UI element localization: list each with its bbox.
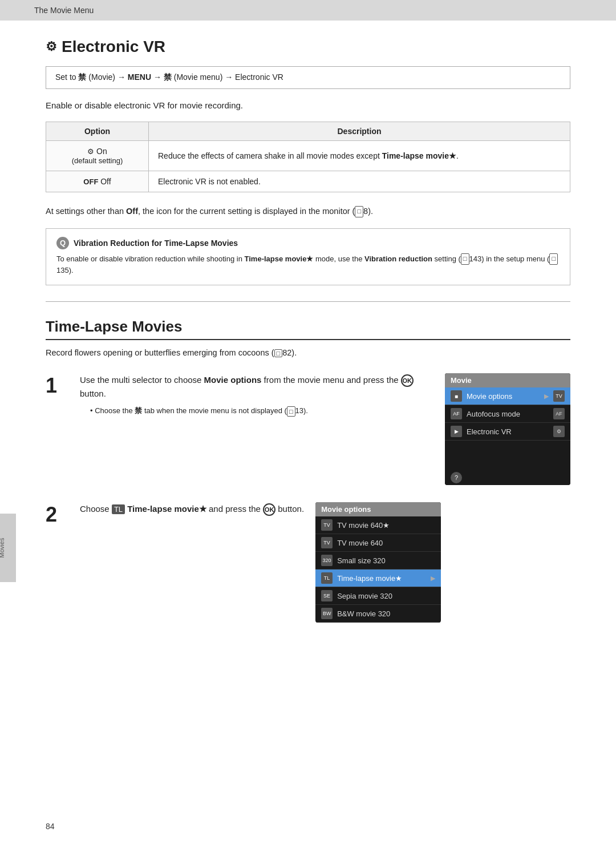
off-label: Off [100,177,111,186]
tv640-label: TV movie 640 [337,539,435,547]
side-tab: Movies [0,514,16,582]
setup-path-box: Set to 禁 (Movie) → MENU → 禁 (Movie menu)… [46,66,570,89]
camera-ui-1-title: Movie [445,373,570,387]
movie-options-right-icon: TV [553,390,565,402]
evr-section-title: ⚙ Electronic VR [46,38,570,56]
camera-ui-1-bottom: ? [445,470,570,485]
table-row: ⚙ On (default setting) Reduce the effect… [46,141,570,171]
step-1-row: 1 Use the multi selector to choose Movie… [46,373,570,485]
timelapse-label: Time-lapse movie★ [337,574,426,583]
movie-options-icon: ■ [451,390,462,402]
tl-intro: Record flowers opening or butterflies em… [46,348,570,357]
evr-title-text: Electronic VR [62,38,165,56]
step-2-right: Choose TL Time-lapse movie★ and press th… [80,502,441,623]
setup-path-text: Set to 禁 (Movie) → MENU → 禁 (Movie menu)… [55,72,283,82]
camera-ui-1: Movie ■ Movie options ▶ TV AF Autofocus … [445,373,570,485]
on-icon: ⚙ [87,147,94,156]
evr-icon: ⚙ [46,39,57,54]
step-1-text: Use the multi selector to choose Movie o… [80,373,433,401]
step-2-content: Choose TL Time-lapse movie★ and press th… [80,502,304,520]
camera-ui-2-row-6: BW B&W movie 320 [315,605,441,623]
evr-row-label: Electronic VR [467,427,549,436]
tl-section-title: Time-Lapse Movies [46,318,570,340]
tv640star-icon: TV [321,519,333,531]
autofocus-right-icon: AF [553,408,565,419]
bw-label: B&W movie 320 [337,609,435,618]
step-1-right: Use the multi selector to choose Movie o… [80,373,570,485]
page-number: 84 [46,822,55,831]
camera-ui-2-row-5: SE Sepia movie 320 [315,587,441,605]
table-cell-desc-on: Reduce the effects of camera shake in al… [149,141,570,171]
ok-button-icon-1: OK [401,374,414,387]
ok-button-icon-2: OK [263,503,275,516]
evr-note: At settings other than Off, the icon for… [46,205,570,218]
side-label: Movies [0,538,5,558]
step-2-row: 2 Choose TL Time-lapse movie★ and press … [46,502,570,623]
table-cell-option-off: OFF Off [46,171,149,192]
camera-ui-1-row-1: ■ Movie options ▶ TV [445,387,570,405]
camera-ui-1-spacer-2 [445,455,570,470]
section-divider [46,301,570,302]
top-bar-label: The Movie Menu [34,6,94,15]
evr-row-right-icon: ⚙ [553,426,565,437]
top-bar: The Movie Menu [0,0,616,21]
page-wrapper: The Movie Menu Movies ⚙ Electronic VR Se… [0,0,616,848]
autofocus-label: Autofocus mode [467,410,549,418]
off-icon: OFF [83,177,98,186]
steps-area: 1 Use the multi selector to choose Movie… [46,373,570,623]
table-cell-desc-off: Electronic VR is not enabled. [149,171,570,192]
timelapse-arrow: ▶ [431,575,435,582]
evr-row-icon: ▶ [451,426,462,437]
small320-label: Small size 320 [337,556,435,565]
camera-ui-1-spacer-1 [445,441,570,455]
table-header-option: Option [46,122,149,141]
sepia-label: Sepia movie 320 [337,592,435,600]
camera-ui-2-title: Movie options [315,502,441,516]
table-row: OFF Off Electronic VR is not enabled. [46,171,570,192]
on-label: On [96,147,107,156]
evr-intro: Enable or disable electronic VR for movi… [46,100,570,110]
camera-ui-1-row-2: AF Autofocus mode AF [445,405,570,423]
help-icon: ? [451,472,462,483]
camera-ui-2-row-1: TV TV movie 640★ [315,516,441,534]
step-1-sub: Choose the 禁 tab when the movie menu is … [90,405,433,417]
vr-note-title-text: Vibration Reduction for Time-Lapse Movie… [74,237,238,249]
step-2-text: Choose TL Time-lapse movie★ and press th… [80,502,304,516]
main-content: ⚙ Electronic VR Set to 禁 (Movie) → MENU … [0,21,616,657]
vr-note-body: To enable or disable vibration reduction… [56,253,560,277]
bw-icon: BW [321,608,333,619]
tv640-icon: TV [321,537,333,548]
step-1-number: 1 [46,373,68,396]
camera-ui-1-row-3: ▶ Electronic VR ⚙ [445,423,570,441]
vr-note-box: Q Vibration Reduction for Time-Lapse Mov… [46,228,570,285]
step-1-content: Use the multi selector to choose Movie o… [80,373,433,417]
movie-options-label: Movie options [467,392,540,401]
camera-ui-2-row-2: TV TV movie 640 [315,534,441,552]
tv640star-label: TV movie 640★ [337,521,435,530]
movie-options-arrow: ▶ [544,393,549,400]
option-table: Option Description ⚙ On (default setting… [46,122,570,192]
timelapse-icon: TL [321,572,333,584]
step-2-number: 2 [46,502,68,525]
table-header-description: Description [149,122,570,141]
vr-note-title: Q Vibration Reduction for Time-Lapse Mov… [56,237,560,249]
sepia-icon: SE [321,590,333,601]
camera-ui-2-row-4: TL Time-lapse movie★ ▶ [315,570,441,587]
vr-box-icon: Q [56,237,69,249]
small320-icon: 320 [321,555,333,566]
camera-ui-2-row-3: 320 Small size 320 [315,552,441,570]
table-cell-option-on: ⚙ On (default setting) [46,141,149,171]
autofocus-icon: AF [451,408,462,419]
on-sublabel: (default setting) [72,156,123,165]
camera-ui-2: Movie options TV TV movie 640★ TV TV mov… [315,502,441,623]
